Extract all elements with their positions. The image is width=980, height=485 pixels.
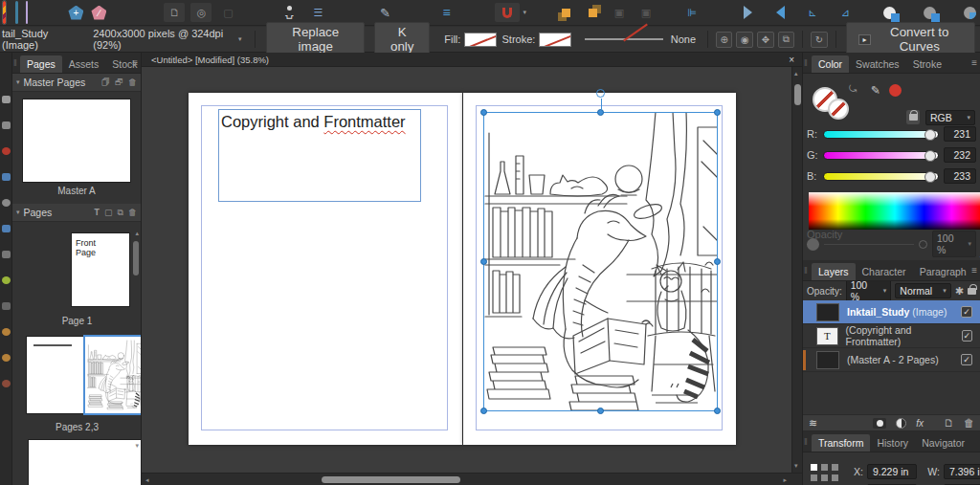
arrange-forward-icon[interactable] [555, 3, 576, 22]
tab-layers[interactable]: Layers [812, 263, 856, 280]
tab-navigator[interactable]: Navigator [915, 434, 971, 452]
arrange-backward-icon[interactable] [582, 3, 603, 22]
blue-value[interactable]: 233 [944, 168, 976, 184]
new-layer-icon[interactable]: 🗋 [944, 417, 954, 429]
scroll-left-icon[interactable]: ◂ [145, 476, 149, 484]
trash-icon[interactable]: 🗑 [964, 417, 974, 429]
anchor-target-icon[interactable]: ⊕ [716, 32, 733, 48]
gear-icon[interactable]: ✱ [955, 285, 964, 298]
panel-menu-icon[interactable]: ≡ [971, 57, 977, 68]
layer-stack-icon[interactable]: ≋ [809, 417, 817, 430]
selection-box[interactable] [483, 112, 718, 411]
fx-icon[interactable]: fx [916, 418, 924, 429]
scroll-right-icon[interactable]: ▸ [783, 476, 787, 484]
add-master-icon[interactable]: 🗍 [101, 77, 110, 87]
note-list-icon[interactable]: ☰ [307, 3, 328, 22]
lock-icon[interactable] [906, 110, 920, 124]
green-slider[interactable] [823, 151, 939, 160]
selection-handle[interactable] [480, 258, 487, 265]
pages-header[interactable]: ▾ Pages 𝐓 ▢ ⧉ 🗑 [12, 204, 141, 222]
show-content-icon[interactable]: ◉ [736, 32, 753, 48]
red-value[interactable]: 231 [944, 126, 976, 142]
tab-assets[interactable]: Assets [62, 55, 106, 73]
master-a-thumbnail[interactable] [23, 99, 130, 182]
selection-handle[interactable] [597, 408, 604, 414]
red-slider[interactable] [823, 130, 939, 139]
k-only-button[interactable]: K only [374, 22, 430, 56]
lock-icon[interactable] [968, 288, 976, 295]
rotate-ccw-icon[interactable]: ⊾ [802, 3, 823, 22]
panel-grip[interactable]: ‖ [13, 58, 16, 68]
tool-button[interactable] [2, 302, 11, 310]
canvas[interactable]: Copyright and Frontmatter [142, 67, 802, 473]
delete-master-icon[interactable]: 🗑 [128, 77, 137, 87]
scroll-down-icon[interactable]: ▾ [135, 442, 139, 450]
align-icon[interactable]: ⊫ [681, 3, 702, 22]
color-mode-dropdown[interactable]: RGB▾ [925, 110, 975, 125]
fill-swatch-none[interactable] [464, 33, 496, 47]
stroke-width-slider[interactable] [585, 38, 663, 40]
page2-thumbnail[interactable] [27, 337, 85, 413]
affinity-publisher-icon[interactable] [3, 1, 6, 24]
selection-handle[interactable] [714, 258, 721, 265]
x-field[interactable]: 9.229 in [867, 464, 917, 479]
export-page-icon[interactable]: 🗋 [164, 3, 185, 22]
layer-row-master-a[interactable]: (Master A - 2 Pages) ✓ [803, 348, 980, 372]
boolean-add-icon[interactable] [879, 3, 900, 22]
tool-button[interactable] [2, 147, 11, 155]
tab-character[interactable]: Character [856, 263, 913, 280]
pages45-thumbnail[interactable] [29, 440, 142, 485]
selection-handle[interactable] [480, 109, 487, 116]
stroke-color-well-none[interactable] [828, 99, 849, 120]
insert-text-icon[interactable]: 𝐓 [94, 208, 100, 218]
page-left[interactable]: Copyright and Frontmatter [189, 93, 462, 445]
scroll-up-icon[interactable]: ▴ [794, 70, 798, 77]
boolean-divide-icon[interactable] [959, 3, 980, 22]
opacity-value-dropdown[interactable]: 100 %▾ [932, 231, 976, 257]
blue-slider[interactable] [823, 172, 939, 181]
tool-button[interactable] [2, 380, 11, 387]
blend-mode-dropdown[interactable]: Normal▾ [895, 283, 950, 298]
anchor-point-selector[interactable] [811, 464, 838, 485]
stroke-swatch-none[interactable] [539, 33, 570, 47]
panel-menu-icon[interactable]: ≡ [971, 265, 977, 276]
close-tab-icon[interactable]: × [789, 55, 794, 65]
pentagon-plus-icon[interactable]: + [68, 6, 83, 20]
affinity-designer-icon[interactable] [26, 1, 29, 24]
rotate-cw-icon[interactable]: ⊿ [835, 3, 856, 22]
pin-icon[interactable]: ⍽ [278, 3, 300, 22]
panel-menu-icon[interactable]: ≡ [132, 57, 138, 68]
visibility-checkbox[interactable]: ✓ [961, 306, 972, 318]
selection-handle[interactable] [714, 408, 721, 414]
rotation-handle[interactable] [596, 89, 605, 98]
delete-page-icon[interactable]: 🗑 [128, 208, 137, 218]
tab-transform[interactable]: Transform [812, 434, 870, 452]
tool-button[interactable] [2, 96, 11, 103]
page-right[interactable] [463, 93, 736, 445]
scale-content-icon[interactable]: ✥ [757, 32, 774, 48]
duplicate-page-icon[interactable]: ⧉ [118, 208, 123, 218]
w-field[interactable]: 7.396 in [944, 464, 980, 479]
tab-stroke[interactable]: Stroke [906, 55, 948, 73]
mask-icon[interactable] [873, 418, 886, 429]
snapping-caret-icon[interactable]: ▾ [523, 9, 526, 16]
text-frame[interactable]: Copyright and Frontmatter [218, 109, 421, 202]
picked-color-dot[interactable] [889, 84, 902, 97]
menu-lines-icon[interactable]: ≡ [435, 3, 457, 22]
tab-color[interactable]: Color [812, 55, 849, 73]
crop-icon[interactable]: ⧉ [778, 32, 795, 48]
page1-thumbnail[interactable]: Front Page [72, 233, 129, 306]
flip-vertical-icon[interactable] [769, 3, 791, 22]
replace-image-button[interactable]: Replace image [266, 22, 365, 56]
flip-horizontal-icon[interactable] [737, 3, 758, 22]
panel-grip[interactable]: ‖ [804, 437, 807, 447]
size-caret-icon[interactable]: ▾ [238, 35, 242, 43]
pentagon-slash-icon[interactable]: ∕ [91, 6, 106, 20]
horizontal-scrollbar[interactable]: ◂ ▸ [142, 473, 802, 485]
pages23-thumbnail[interactable] [27, 337, 142, 413]
tab-paragraph[interactable]: Paragraph [913, 263, 973, 280]
color-spectrum[interactable] [809, 192, 980, 230]
eyedropper-icon[interactable]: ✐ [868, 85, 881, 95]
layer-row-copyright-frontmatter[interactable]: T (Copyright and Frontmatter) ✓ [803, 324, 980, 348]
visibility-checkbox[interactable]: ✓ [961, 354, 972, 365]
